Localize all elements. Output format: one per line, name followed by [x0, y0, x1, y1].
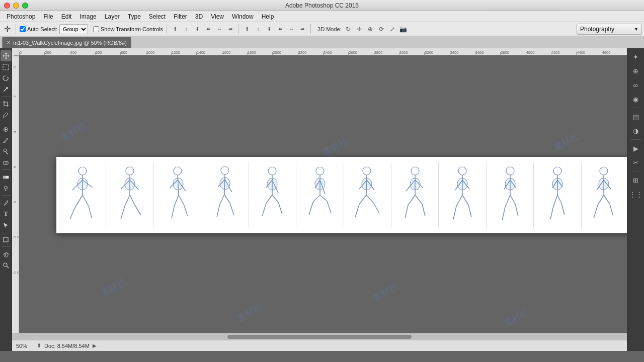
text-tool[interactable]: T	[1, 208, 12, 219]
menu-edit[interactable]: Edit	[58, 12, 75, 21]
panel-link-btn[interactable]: ∞	[629, 78, 642, 92]
healing-tool[interactable]	[1, 124, 12, 135]
frame-8	[391, 162, 439, 228]
horizontal-scrollbar[interactable]	[12, 333, 627, 340]
walk-cycle-image	[56, 157, 627, 233]
document-tab[interactable]: ✕ m1-03_WalkCycleImage.jpg @ 50% (RGB/8#…	[2, 37, 131, 48]
transform-controls-checkbox[interactable]	[93, 26, 99, 32]
workspace-dropdown[interactable]: Photography ▼	[577, 24, 642, 35]
watermark-3: 素材社	[320, 135, 350, 159]
canvas-document	[56, 157, 627, 233]
watermark-6: 素材社	[99, 276, 128, 300]
menu-file[interactable]: File	[40, 12, 56, 21]
panel-paint-btn[interactable]: ◉	[629, 93, 642, 106]
minimize-button[interactable]	[13, 3, 19, 9]
align-hcenter-icon[interactable]: ↔	[215, 25, 224, 34]
crop-tool[interactable]	[1, 98, 12, 109]
watermark-8: 素材社	[370, 281, 400, 305]
scrollbar-thumb[interactable]	[227, 335, 411, 339]
panel-layers-btn[interactable]: ▤	[629, 110, 642, 123]
menu-layer[interactable]: Layer	[101, 12, 123, 21]
svg-line-96	[468, 205, 471, 217]
dist-right-icon[interactable]: ➡	[298, 25, 307, 34]
canvas-area[interactable]: 0200400600800100012001400160018002000220…	[19, 48, 627, 333]
menu-3d[interactable]: 3D	[192, 12, 206, 21]
eraser-tool[interactable]	[1, 157, 12, 168]
svg-line-24	[89, 206, 92, 218]
path-select-tool[interactable]	[1, 219, 12, 230]
align-left-icon[interactable]: ⬅	[204, 25, 213, 34]
opt-sep-1	[16, 24, 16, 34]
svg-point-15	[4, 263, 7, 266]
marquee-tool[interactable]	[1, 61, 12, 72]
menu-window[interactable]: Window	[228, 12, 257, 21]
left-toolbar: T	[0, 48, 12, 351]
dist-top-icon[interactable]: ⬆	[243, 25, 252, 34]
panel-table-btn[interactable]: ⊞	[629, 173, 642, 187]
wand-tool[interactable]	[1, 83, 12, 95]
auto-select-dropdown[interactable]: Group Layer	[59, 24, 88, 34]
watermark-9: 素材社	[501, 306, 531, 330]
panel-crosshair-btn[interactable]: ⊕	[629, 64, 642, 77]
watermark-7: 素材社	[234, 301, 264, 325]
3d-slide-icon[interactable]: ⤢	[388, 25, 397, 34]
panel-star-btn[interactable]: ✦	[629, 50, 642, 63]
svg-point-89	[458, 167, 466, 175]
eyedropper-tool[interactable]	[1, 109, 12, 120]
clone-tool[interactable]	[1, 146, 12, 157]
rpanel-sep-3	[631, 171, 641, 171]
rpanel-sep-2	[631, 139, 641, 140]
svg-line-39	[175, 195, 179, 205]
brush-tool[interactable]	[1, 135, 12, 146]
panel-grid-btn[interactable]: ⋮⋮	[629, 188, 642, 201]
panel-adj-btn[interactable]: ◑	[629, 124, 642, 137]
svg-line-114	[561, 203, 565, 215]
svg-line-13	[7, 200, 8, 201]
window-title: Adobe Photoshop CC 2015	[285, 2, 359, 9]
menu-view[interactable]: View	[207, 12, 227, 21]
3d-move-icon[interactable]: ✛	[355, 25, 364, 34]
3d-roll-icon[interactable]: ⟳	[377, 25, 386, 34]
rect-shape-tool[interactable]	[1, 234, 12, 245]
menu-image[interactable]: Image	[76, 12, 100, 21]
menu-type[interactable]: Type	[124, 12, 144, 21]
menu-select[interactable]: Select	[145, 12, 169, 21]
align-vcenter-icon[interactable]: ↕	[182, 25, 191, 34]
gradient-tool[interactable]	[1, 171, 12, 183]
dist-hcenter-icon[interactable]: ↔	[287, 25, 296, 34]
panel-timeline-btn[interactable]: ▶	[629, 142, 642, 155]
svg-point-52	[220, 177, 230, 190]
svg-point-71	[363, 167, 371, 175]
hand-tool[interactable]	[1, 248, 12, 259]
align-right-icon[interactable]: ➡	[226, 25, 235, 34]
menu-help[interactable]: Help	[258, 12, 278, 21]
svg-point-97	[457, 178, 467, 190]
svg-line-121	[594, 205, 598, 218]
export-icon[interactable]: ⬆	[37, 342, 41, 349]
align-bottom-icon[interactable]: ⬇	[193, 25, 202, 34]
doc-close-icon[interactable]: ✕	[7, 40, 11, 45]
align-top-icon[interactable]: ⬆	[171, 25, 180, 34]
svg-rect-10	[3, 176, 9, 178]
maximize-button[interactable]	[22, 3, 28, 9]
close-button[interactable]	[4, 3, 10, 9]
svg-point-11	[5, 186, 8, 189]
dist-vcenter-icon[interactable]: ↕	[254, 25, 263, 34]
dist-left-icon[interactable]: ⬅	[276, 25, 285, 34]
3d-rotate-icon[interactable]: ↻	[344, 25, 353, 34]
zoom-tool[interactable]	[1, 259, 12, 270]
svg-point-7	[4, 149, 7, 152]
3d-scale-icon[interactable]: ⊕	[366, 25, 375, 34]
auto-select-checkbox[interactable]	[20, 26, 26, 32]
dodge-tool[interactable]	[1, 183, 12, 194]
doc-info-arrow[interactable]: ▶	[93, 343, 97, 348]
lasso-tool[interactable]	[1, 72, 12, 83]
pen-tool[interactable]	[1, 197, 12, 208]
3d-camera-icon[interactable]: 📷	[399, 25, 408, 34]
move-tool[interactable]	[1, 50, 12, 61]
panel-scissors-btn[interactable]: ✂	[629, 156, 642, 169]
svg-line-16	[7, 266, 9, 268]
menu-filter[interactable]: Filter	[170, 12, 191, 21]
menu-photoshop[interactable]: Photoshop	[3, 12, 39, 21]
dist-bottom-icon[interactable]: ⬇	[265, 25, 274, 34]
